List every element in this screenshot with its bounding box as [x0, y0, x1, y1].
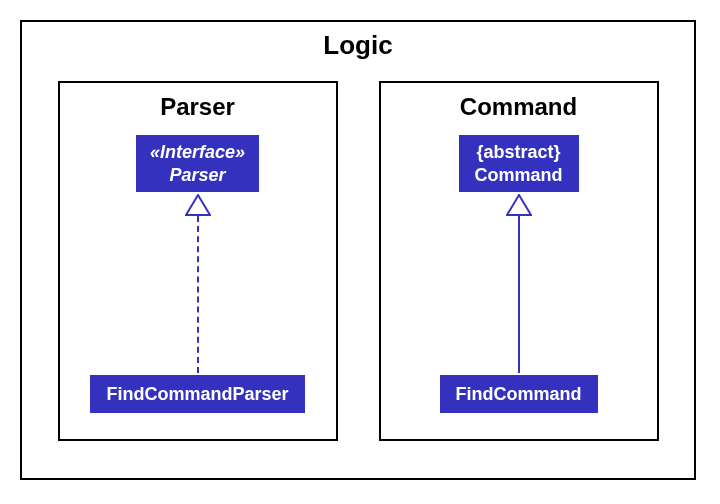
command-abstract-box: {abstract} Command	[459, 135, 579, 192]
package-columns: Parser «Interface» Parser FindCommandPar…	[22, 61, 694, 441]
svg-marker-1	[507, 195, 531, 215]
dashed-line	[197, 216, 199, 373]
command-package-title: Command	[460, 93, 577, 121]
find-command-parser-box: FindCommandParser	[90, 375, 304, 414]
find-command-name: FindCommand	[456, 384, 582, 404]
hollow-triangle-icon	[506, 194, 532, 216]
svg-marker-0	[186, 195, 210, 215]
parser-realization-connector	[197, 194, 199, 373]
hollow-triangle-icon	[185, 194, 211, 216]
parser-interface-stereotype: «Interface»	[150, 141, 245, 164]
command-abstract-name: Command	[473, 164, 565, 187]
command-abstract-stereotype: {abstract}	[473, 141, 565, 164]
solid-line	[518, 216, 520, 373]
find-command-box: FindCommand	[440, 375, 598, 414]
parser-package-title: Parser	[160, 93, 235, 121]
find-command-parser-name: FindCommandParser	[106, 384, 288, 404]
logic-package: Logic Parser «Interface» Parser FindComm…	[20, 20, 696, 480]
command-generalization-connector	[518, 194, 520, 373]
parser-interface-name: Parser	[150, 164, 245, 187]
command-package: Command {abstract} Command FindCommand	[379, 81, 659, 441]
parser-interface-box: «Interface» Parser	[136, 135, 259, 192]
logic-package-title: Logic	[22, 30, 694, 61]
parser-package: Parser «Interface» Parser FindCommandPar…	[58, 81, 338, 441]
